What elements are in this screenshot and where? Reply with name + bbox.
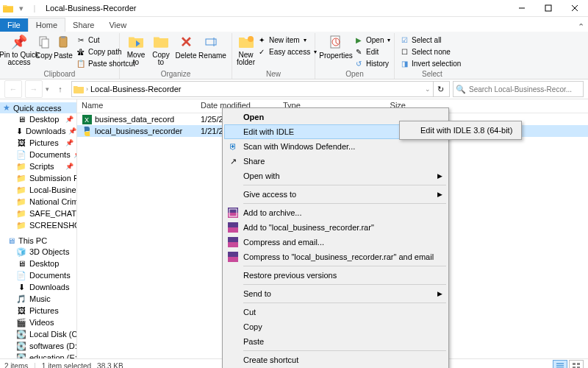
paste-button[interactable]: Paste [54,34,73,69]
chevron-right-icon: ▶ [437,290,442,297]
ctx-compress-to[interactable]: Compress to "local_business_recorder.rar… [224,250,447,264]
share-icon: ↗ [227,155,239,167]
drive-icon: ⬇ [16,282,26,292]
sidebar-quick-access[interactable]: ★Quick access [0,102,76,113]
ctx-give-access[interactable]: Give access to▶ [224,187,447,202]
view-large-icons-button[interactable] [569,360,584,368]
col-name[interactable]: Name [77,99,196,113]
sidebar-item[interactable]: 📄Documents [9,269,76,281]
rename-button[interactable]: Rename [199,34,226,66]
sidebar-item[interactable]: 🖥Desktop📌 [9,113,76,125]
status-selected-count: 1 item selected [42,362,91,369]
history-icon: ↺ [354,58,364,68]
pin-icon: 📌 [65,139,74,146]
paste-shortcut-icon: 📋 [76,58,86,68]
window-titlebar: ▾ | Local-Business-Recorder [0,0,588,17]
tab-file[interactable]: File [0,18,28,32]
sidebar-this-pc[interactable]: 🖥This PC [0,236,76,246]
invert-selection-button[interactable]: ◨Invert selection [399,57,465,69]
sidebar-item[interactable]: 📁Submission P📌 [9,172,76,184]
nav-back-button[interactable]: ← [4,80,22,98]
ribbon-collapse-button[interactable]: ⌃ [573,22,588,32]
sidebar-item[interactable]: 🖼Pictures📌 [9,137,76,149]
sidebar-item[interactable]: ⬇Downloads [9,281,76,293]
tab-home[interactable]: Home [28,18,65,32]
copy-button[interactable]: Copy [35,34,52,69]
breadcrumb-segment[interactable]: Local-Business-Recorder [90,85,182,93]
nav-recent-button[interactable]: ▾ [46,85,49,93]
drive-icon: 📄 [16,270,26,280]
sidebar-item[interactable]: 📄Documents📌 [9,149,76,160]
pin-quick-access-button[interactable]: 📌Pin to Quick access [4,34,34,69]
sidebar-item[interactable]: 🖼Pictures [9,305,76,316]
file-icon: X [82,114,92,124]
ctx-create-shortcut[interactable]: Create shortcut [224,353,447,367]
sidebar-item[interactable]: 📁SAFE_CHAT [9,208,76,219]
view-details-button[interactable] [553,360,567,368]
history-button[interactable]: ↺History [354,57,390,69]
status-item-count: 2 items [4,362,28,369]
sidebar-item[interactable]: 🎵Music [9,293,76,305]
tab-view[interactable]: View [101,18,134,32]
sidebar-item[interactable]: 🎬Videos [9,316,76,328]
select-none-button[interactable]: ☐Select none [399,46,465,57]
pin-icon: 📌 [68,127,76,135]
sidebar-item[interactable]: 📁Scripts📌 [9,160,76,172]
sidebar-item[interactable]: 💽Local Disk (C:) [9,328,76,340]
sidebar-item[interactable]: 🖥Desktop [9,258,76,269]
copy-to-button[interactable]: Copy to [149,34,173,66]
select-all-button[interactable]: ☑Select all [399,34,465,46]
new-item-button[interactable]: ✦New item▾ [257,34,317,46]
properties-button[interactable]: Properties [320,34,352,69]
folder-icon [74,84,84,94]
ctx-add-archive[interactable]: Add to archive... [224,205,447,220]
sidebar-item[interactable]: 💽education (E:) [9,352,76,358]
tab-share[interactable]: Share [65,18,101,32]
sidebar-item[interactable]: 🧊3D Objects [9,246,76,258]
ctx-add-rar[interactable]: Add to "local_business_recorder.rar" [224,220,447,235]
winrar-icon [227,207,239,219]
delete-button[interactable]: ✕Delete [174,34,198,66]
ctx-copy[interactable]: Copy [224,319,447,334]
new-group-label: New [232,70,315,78]
crumb-dropdown-icon[interactable]: ⌄ [425,85,431,93]
edit-button[interactable]: ✎Edit [354,46,390,57]
easy-access-button[interactable]: ✓Easy access▾ [257,46,317,57]
status-selected-size: 38.3 KB [97,362,123,369]
drive-icon: 💽 [16,329,26,339]
new-folder-button[interactable]: New folder [237,34,255,66]
minimize-button[interactable] [509,0,535,16]
search-input[interactable]: 🔍 Search Local-Business-Recor... [453,81,584,97]
sidebar-item[interactable]: 💽softwares (D:) [9,340,76,352]
nav-up-button[interactable]: ↑ [52,81,68,97]
move-to-button[interactable]: Move to [124,34,148,66]
sidebar-item[interactable]: 📁National Crimina [9,196,76,208]
clipboard-group-label: Clipboard [0,70,119,78]
ctx-scan-defender[interactable]: ⛨Scan with Windows Defender... [224,139,447,154]
ctx-cut[interactable]: Cut [224,305,447,319]
folder-icon: 📁 [16,161,26,171]
folder-icon: 📄 [16,149,26,160]
refresh-button[interactable]: ↻ [433,82,448,96]
folder-icon: 📁 [16,197,26,207]
ctx-send-to[interactable]: Send to▶ [224,286,447,301]
breadcrumb[interactable]: › Local-Business-Recorder ⌄ ↻ [71,81,450,97]
nav-forward-button[interactable]: → [25,80,43,98]
sidebar-item[interactable]: 📁SCREENSHOTS [9,219,76,231]
ctx-open-with[interactable]: Open with▶ [224,169,447,183]
qat-divider: | [29,3,40,13]
pc-icon: 🖥 [7,236,15,245]
sidebar-item[interactable]: 📁Local-Busine📌 [9,184,76,196]
select-none-icon: ☐ [399,46,409,57]
ctx-paste[interactable]: Paste [224,334,447,349]
maximize-button[interactable] [535,0,562,16]
ctx-compress-email[interactable]: Compress and email... [224,235,447,250]
close-button[interactable] [562,0,588,16]
window-title: Local-Business-Recorder [46,4,137,13]
drive-icon: 🎵 [16,294,26,304]
ctx-restore-versions[interactable]: Restore previous versions [224,268,447,283]
open-button[interactable]: ▶Open▾ [354,34,390,46]
submenu-edit-idle-38[interactable]: Edit with IDLE 3.8 (64-bit) [401,123,520,138]
sidebar-item[interactable]: ⬇Downloads📌 [9,125,76,137]
ctx-share[interactable]: ↗Share [224,154,447,169]
